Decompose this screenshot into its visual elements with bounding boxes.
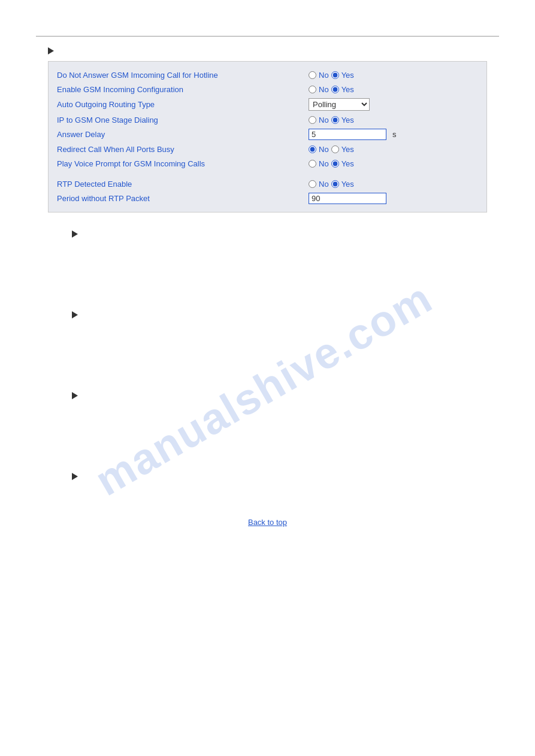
redirect-call-yes-radio[interactable] [331,145,339,153]
rtp-detected-no-label[interactable]: No [319,180,329,189]
rtp-detected-no-radio[interactable] [309,180,316,188]
table-row: Period without RTP Packet [57,191,478,206]
answer-delay-control: s [309,129,397,140]
section4-arrow-row [72,392,535,401]
bottom-link-area: Back to top [0,518,535,527]
redirect-call-control: No Yes [309,145,354,154]
ip-to-gsm-yes-label[interactable]: Yes [341,116,354,125]
enable-gsm-no-radio[interactable] [309,86,316,93]
rtp-detected-control: No Yes [309,180,354,189]
table-row: Auto Outgoing Routing Type Polling Round… [57,96,478,113]
play-voice-control: No Yes [309,159,354,168]
section5-arrow-row [72,473,535,482]
separator [57,171,478,177]
table-row: RTP Detected Enable No Yes [57,177,478,191]
ip-to-gsm-no-label[interactable]: No [319,116,329,125]
do-not-answer-no-radio[interactable] [309,71,316,79]
do-not-answer-radio-group: No Yes [309,71,354,80]
table-row: IP to GSM One Stage Dialing No Yes [57,113,478,127]
section2-arrow-row [72,230,535,239]
redirect-call-radio-group: No Yes [309,145,354,154]
ip-to-gsm-yes-radio[interactable] [331,116,339,124]
watermark: manualshive.com [84,210,443,569]
play-voice-no-radio[interactable] [309,160,316,168]
top-divider [36,36,499,37]
do-not-answer-yes-label[interactable]: Yes [341,71,354,80]
table-row: Answer Delay s [57,127,478,142]
redirect-call-no-label[interactable]: No [319,145,329,154]
table-row: Enable GSM Incoming Configuration No Yes [57,82,478,96]
section4-expand-arrow[interactable] [72,392,78,399]
play-voice-label: Play Voice Prompt for GSM Incoming Calls [57,159,309,168]
play-voice-radio-group: No Yes [309,159,354,168]
answer-delay-label: Answer Delay [57,130,309,139]
period-rtp-label: Period without RTP Packet [57,194,309,203]
rtp-detected-label: RTP Detected Enable [57,180,309,189]
answer-delay-input[interactable] [309,129,386,140]
play-voice-yes-label[interactable]: Yes [341,159,354,168]
play-voice-no-label[interactable]: No [319,159,329,168]
section3-expand-arrow[interactable] [72,311,78,318]
do-not-answer-yes-radio[interactable] [331,71,339,79]
ip-to-gsm-no-radio[interactable] [309,116,316,124]
enable-gsm-control: No Yes [309,85,354,94]
do-not-answer-control: No Yes [309,71,354,80]
play-voice-yes-radio[interactable] [331,160,339,168]
section1-arrow-row [48,47,535,56]
config-box: Do Not Answer GSM Imcoming Call for Hotl… [48,61,487,212]
redirect-call-no-radio[interactable] [309,145,316,153]
ip-to-gsm-radio-group: No Yes [309,116,354,125]
enable-gsm-label: Enable GSM Incoming Configuration [57,85,309,94]
enable-gsm-yes-radio[interactable] [331,86,339,93]
auto-outgoing-select[interactable]: Polling Round Robin Priority [309,98,370,111]
section5-expand-arrow[interactable] [72,473,78,480]
period-rtp-control [309,193,386,204]
auto-outgoing-control: Polling Round Robin Priority [309,98,370,111]
section3-arrow-row [72,311,535,320]
enable-gsm-yes-label[interactable]: Yes [341,85,354,94]
ip-to-gsm-label: IP to GSM One Stage Dialing [57,116,309,125]
table-row: Play Voice Prompt for GSM Incoming Calls… [57,156,478,171]
do-not-answer-label: Do Not Answer GSM Imcoming Call for Hotl… [57,71,309,80]
enable-gsm-no-label[interactable]: No [319,85,329,94]
table-row: Do Not Answer GSM Imcoming Call for Hotl… [57,68,478,82]
ip-to-gsm-control: No Yes [309,116,354,125]
back-to-top-link[interactable]: Back to top [248,518,287,527]
rtp-detected-yes-radio[interactable] [331,180,339,188]
rtp-detected-radio-group: No Yes [309,180,354,189]
section1-expand-arrow[interactable] [48,47,54,54]
do-not-answer-no-label[interactable]: No [319,71,329,80]
period-rtp-input[interactable] [309,193,386,204]
redirect-call-yes-label[interactable]: Yes [341,145,354,154]
enable-gsm-radio-group: No Yes [309,85,354,94]
answer-delay-unit: s [392,130,397,139]
redirect-call-label: Redirect Call When All Ports Busy [57,145,309,154]
auto-outgoing-label: Auto Outgoing Routing Type [57,100,309,109]
rtp-detected-yes-label[interactable]: Yes [341,180,354,189]
table-row: Redirect Call When All Ports Busy No Yes [57,142,478,156]
section2-expand-arrow[interactable] [72,230,78,238]
